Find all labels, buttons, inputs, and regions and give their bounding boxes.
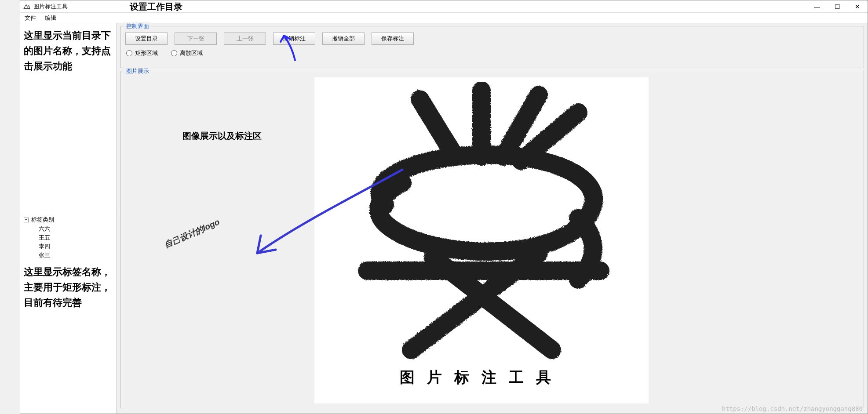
menu-file[interactable]: 文件 bbox=[25, 14, 36, 22]
radio-scatter[interactable]: 离散区域 bbox=[171, 49, 203, 57]
tree-item[interactable]: 李四 bbox=[39, 242, 113, 251]
radio-icon bbox=[126, 50, 132, 56]
label-tree: − 标签类别 六六 王五 李四 张三 bbox=[24, 215, 113, 260]
radio-scatter-label: 离散区域 bbox=[180, 49, 203, 57]
save-button[interactable]: 保存标注 bbox=[372, 33, 414, 45]
tree-collapse-icon: − bbox=[24, 218, 29, 222]
sidebar-bottom: − 标签类别 六六 王五 李四 张三 这里显示标签名称，主要用于矩形标注，目前有… bbox=[20, 212, 117, 414]
watermark: https://blog.csdn.net/zhangyonggang880 bbox=[722, 405, 863, 412]
annotation-display-area: 图像展示以及标注区 bbox=[182, 130, 262, 142]
tree-root-node[interactable]: − 标签类别 bbox=[24, 215, 113, 225]
app-icon bbox=[23, 3, 31, 11]
annotation-logo: 自己设计的logo bbox=[163, 216, 222, 251]
tree-root-label: 标签类别 bbox=[31, 216, 54, 224]
next-button[interactable]: 下一张 bbox=[175, 33, 217, 45]
close-button[interactable]: ✕ bbox=[847, 0, 868, 12]
menu-edit[interactable]: 编辑 bbox=[45, 14, 56, 22]
radio-rect-label: 矩形区域 bbox=[135, 49, 158, 57]
radio-row: 矩形区域 离散区域 bbox=[125, 49, 859, 57]
sidebar: 这里显示当前目录下的图片名称，支持点击展示功能 − 标签类别 六六 王五 李四 … bbox=[20, 23, 117, 414]
sidebar-top: 这里显示当前目录下的图片名称，支持点击展示功能 bbox=[20, 23, 117, 212]
menubar: 文件 编辑 bbox=[20, 13, 868, 23]
set-dir-button[interactable]: 设置目录 bbox=[125, 33, 168, 45]
tree-item[interactable]: 六六 bbox=[39, 225, 113, 233]
control-panel-label: 控制界面 bbox=[124, 22, 151, 30]
tree-item[interactable]: 张三 bbox=[39, 251, 113, 260]
undo-button[interactable]: 撤销标注 bbox=[273, 33, 315, 45]
maximize-button[interactable]: ☐ bbox=[827, 0, 847, 12]
image-display-label: 图片展示 bbox=[124, 67, 151, 75]
logo-caption: 图片标注工具 bbox=[400, 367, 563, 388]
window-controls: — ☐ ✕ bbox=[807, 0, 868, 12]
tree-item[interactable]: 王五 bbox=[39, 233, 113, 242]
sidebar-top-description: 这里显示当前目录下的图片名称，支持点击展示功能 bbox=[24, 28, 113, 74]
main-area: 控制界面 设置目录 下一张 上一张 撤销标注 撤销全部 保存标注 矩形区域 bbox=[117, 23, 868, 414]
app-window: 图片标注工具 — ☐ ✕ 文件 编辑 这里显示当前目录下的图片名称，支持点击展示… bbox=[20, 0, 868, 414]
displayed-image: 图片标注工具 bbox=[314, 77, 649, 403]
body-area: 这里显示当前目录下的图片名称，支持点击展示功能 − 标签类别 六六 王五 李四 … bbox=[20, 23, 868, 414]
logo-icon bbox=[332, 82, 631, 363]
radio-rect[interactable]: 矩形区域 bbox=[126, 49, 158, 57]
tree-children: 六六 王五 李四 张三 bbox=[39, 225, 113, 260]
canvas-area[interactable]: 图像展示以及标注区 自己设计的logo bbox=[125, 77, 859, 403]
control-panel: 控制界面 设置目录 下一张 上一张 撤销标注 撤销全部 保存标注 矩形区域 bbox=[120, 26, 864, 68]
image-display-panel: 图片展示 图像展示以及标注区 自己设计的logo bbox=[120, 71, 864, 408]
sidebar-bottom-description: 这里显示标签名称，主要用于矩形标注，目前有待完善 bbox=[24, 264, 113, 311]
app-title: 图片标注工具 bbox=[33, 3, 68, 11]
button-row: 设置目录 下一张 上一张 撤销标注 撤销全部 保存标注 bbox=[125, 33, 859, 45]
prev-button[interactable]: 上一张 bbox=[224, 33, 266, 45]
radio-icon bbox=[171, 50, 177, 56]
titlebar: 图片标注工具 — ☐ ✕ bbox=[20, 0, 868, 13]
undo-all-button[interactable]: 撤销全部 bbox=[322, 33, 365, 45]
minimize-button[interactable]: — bbox=[807, 0, 827, 12]
